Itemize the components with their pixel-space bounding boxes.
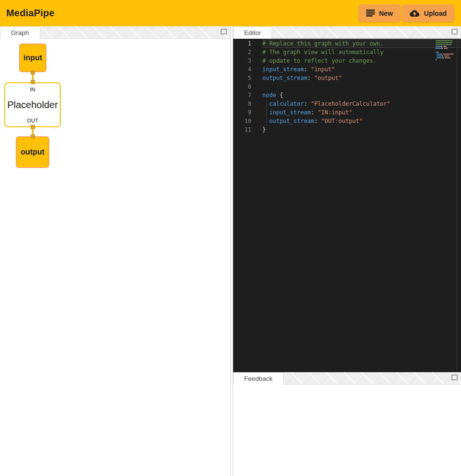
graph-node-placeholder[interactable]: IN Placeholder OUT <box>4 82 61 127</box>
code-line[interactable]: # The graph view will automatically <box>262 48 461 56</box>
minimap-line <box>436 59 454 60</box>
code-line[interactable]: input_stream: "IN:input" <box>262 108 461 117</box>
graph-panel: Graph input IN Placeholder OUT output <box>0 26 231 476</box>
minimap-line <box>436 42 454 43</box>
code-line[interactable]: # update to reflect your changes. <box>262 56 461 65</box>
minimap-line <box>436 52 454 53</box>
tab-graph[interactable]: Graph <box>0 26 40 39</box>
feedback-tabstrip: Feedback <box>233 372 461 385</box>
code-line[interactable]: # Replace this graph with your own. <box>262 39 461 48</box>
out-port-label: OUT <box>27 118 38 123</box>
app-title: MediaPipe <box>6 8 55 19</box>
tab-graph-label: Graph <box>11 29 29 36</box>
feedback-panel: Feedback <box>233 372 461 476</box>
line-number: 4 <box>233 65 251 74</box>
editor-panel: Editor 1234567891011 # Replace this grap… <box>233 26 461 372</box>
code-line[interactable]: input_stream: "input" <box>262 65 461 74</box>
maximize-icon[interactable] <box>221 29 227 34</box>
code-line[interactable]: calculator: "PlaceholderCalculator" <box>262 100 461 108</box>
line-number: 7 <box>233 91 251 100</box>
topbar-actions: New Upload <box>359 4 454 22</box>
feedback-content <box>233 385 461 476</box>
upload-button-label: Upload <box>424 10 447 17</box>
port-dot[interactable] <box>31 70 35 75</box>
upload-button[interactable]: Upload <box>402 4 454 22</box>
graph-node-output[interactable]: output <box>16 136 49 168</box>
line-number: 6 <box>233 82 251 91</box>
editor-gutter: 1234567891011 <box>233 39 251 372</box>
graph-canvas[interactable]: input IN Placeholder OUT output <box>0 39 230 476</box>
graph-tabstrip: Graph <box>0 26 230 39</box>
minimap-line <box>436 55 454 56</box>
minimap-line <box>436 48 454 49</box>
menu-icon <box>366 10 375 17</box>
graph-node-input-label: input <box>23 54 42 62</box>
tab-feedback-label: Feedback <box>244 375 272 382</box>
maximize-icon[interactable] <box>451 29 458 34</box>
line-number: 1 <box>233 39 251 48</box>
tab-editor-label: Editor <box>244 29 261 36</box>
graph-node-input[interactable]: input <box>19 44 46 72</box>
graph-node-output-label: output <box>21 148 45 156</box>
line-number: 3 <box>233 56 251 65</box>
line-number: 10 <box>233 117 251 125</box>
code-line[interactable]: node { <box>262 91 461 100</box>
line-number: 5 <box>233 74 251 82</box>
top-bar: MediaPipe New Upload <box>0 0 461 26</box>
port-dot[interactable] <box>31 134 35 139</box>
placeholder-node-title: Placeholder <box>7 100 58 111</box>
editor-minimap[interactable] <box>436 40 454 61</box>
right-column: Editor 1234567891011 # Replace this grap… <box>233 26 461 476</box>
minimap-line <box>436 44 454 45</box>
tab-editor[interactable]: Editor <box>233 26 272 39</box>
line-number: 9 <box>233 108 251 117</box>
port-dot[interactable] <box>31 80 35 84</box>
new-button-label: New <box>379 10 393 17</box>
code-line[interactable]: output_stream: "OUT:output" <box>262 117 461 125</box>
line-number: 2 <box>233 48 251 56</box>
maximize-icon[interactable] <box>451 375 458 380</box>
minimap-line <box>436 54 454 55</box>
editor-code[interactable]: # Replace this graph with your own.# The… <box>251 39 461 372</box>
editor-tabstrip: Editor <box>233 26 461 39</box>
minimap-line <box>436 46 454 47</box>
code-line[interactable]: output_stream: "output" <box>262 74 461 82</box>
in-port-label: IN <box>30 87 35 92</box>
code-editor[interactable]: 1234567891011 # Replace this graph with … <box>233 39 461 372</box>
new-button[interactable]: New <box>359 4 401 22</box>
minimap-line <box>436 57 454 58</box>
line-number: 11 <box>233 125 251 134</box>
code-line[interactable] <box>262 82 461 91</box>
port-dot[interactable] <box>31 125 35 129</box>
line-number: 8 <box>233 100 251 108</box>
minimap-line <box>436 50 454 51</box>
cloud-upload-icon <box>409 9 420 18</box>
minimap-line <box>436 40 454 41</box>
code-line[interactable]: } <box>262 125 461 134</box>
editor-scrollbar[interactable] <box>457 39 457 372</box>
tab-feedback[interactable]: Feedback <box>233 372 283 385</box>
